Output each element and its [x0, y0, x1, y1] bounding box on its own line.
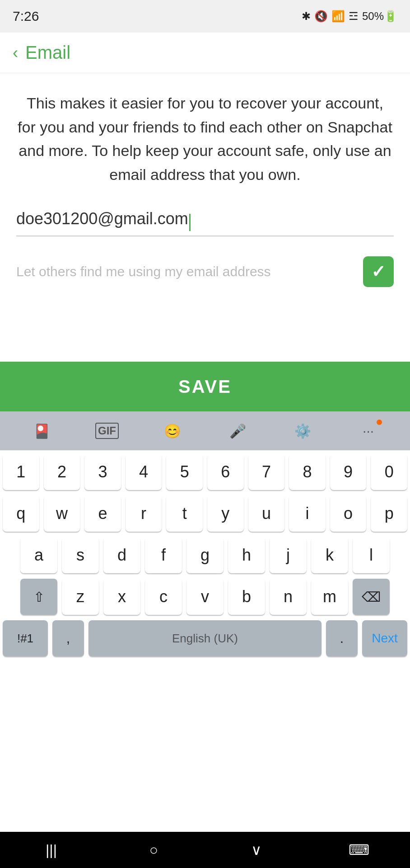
checkmark-icon: ✓	[371, 262, 386, 282]
key-f[interactable]: f	[145, 537, 182, 573]
key-g[interactable]: g	[186, 537, 224, 573]
keyboard-toolbar: 🎴 GIF 😊 🎤 ⚙️ ···	[0, 411, 410, 450]
emoji-icon: 😊	[164, 423, 181, 439]
key-h[interactable]: h	[228, 537, 265, 573]
key-1[interactable]: 1	[3, 454, 39, 490]
more-icon: ···	[363, 423, 374, 439]
nav-home-button[interactable]: ○	[136, 836, 172, 863]
nav-menu-button[interactable]: |||	[33, 836, 70, 863]
status-bar: 7:26 ✱ 🔇 📶 ☲ 50%🔋	[0, 0, 410, 33]
key-m[interactable]: m	[311, 579, 348, 615]
back-button[interactable]: ‹ Email	[13, 42, 70, 63]
sticker-icon: 🎴	[33, 423, 50, 439]
key-x[interactable]: x	[103, 579, 140, 615]
email-input-container: doe301200@gmail.com	[16, 209, 394, 236]
back-arrow-icon: ‹	[13, 43, 18, 62]
key-q[interactable]: q	[3, 495, 39, 532]
battery-icon: 50%🔋	[362, 10, 397, 23]
nav-back-button[interactable]: ∨	[238, 836, 275, 863]
status-icons: ✱ 🔇 📶 ☲ 50%🔋	[302, 10, 397, 23]
key-4[interactable]: 4	[126, 454, 162, 490]
keyboard-area: 🎴 GIF 😊 🎤 ⚙️ ··· 1 2 3 4 5 6 7 8	[0, 411, 410, 664]
key-o[interactable]: o	[330, 495, 367, 532]
key-k[interactable]: k	[311, 537, 348, 573]
save-label: SAVE	[178, 377, 232, 397]
key-b[interactable]: b	[228, 579, 265, 615]
backspace-key[interactable]: ⌫	[353, 579, 390, 615]
page-title: Email	[25, 42, 70, 63]
main-content: This makes it easier for you to recover …	[0, 73, 410, 287]
symbols-key[interactable]: !#1	[3, 620, 48, 656]
key-w[interactable]: w	[44, 495, 80, 532]
more-button[interactable]: ···	[352, 417, 385, 445]
key-l[interactable]: l	[353, 537, 390, 573]
email-display[interactable]: doe301200@gmail.com	[16, 209, 188, 228]
key-r[interactable]: r	[126, 495, 162, 532]
wifi-icon: 📶	[331, 10, 345, 23]
key-d[interactable]: d	[103, 537, 140, 573]
key-u[interactable]: u	[248, 495, 285, 532]
shift-key[interactable]: ⇧	[20, 579, 57, 615]
bottom-nav: ||| ○ ∨ ⌨	[0, 832, 410, 868]
nav-keyboard-button[interactable]: ⌨	[341, 836, 377, 863]
description-text: This makes it easier for you to recover …	[16, 91, 394, 187]
menu-icon: |||	[46, 842, 57, 859]
period-key[interactable]: .	[326, 620, 358, 656]
bluetooth-icon: ✱	[302, 10, 311, 23]
comma-key[interactable]: ,	[52, 620, 84, 656]
key-y[interactable]: y	[207, 495, 244, 532]
key-5[interactable]: 5	[166, 454, 203, 490]
key-a[interactable]: a	[20, 537, 57, 573]
key-8[interactable]: 8	[289, 454, 326, 490]
key-2[interactable]: 2	[44, 454, 80, 490]
space-key[interactable]: English (UK)	[89, 620, 321, 656]
key-z[interactable]: z	[62, 579, 99, 615]
gif-button[interactable]: GIF	[91, 417, 123, 445]
mic-icon: 🎤	[229, 423, 246, 439]
checkbox-button[interactable]: ✓	[363, 256, 394, 287]
key-j[interactable]: j	[270, 537, 307, 573]
key-c[interactable]: c	[145, 579, 182, 615]
keyboard-keys: 1 2 3 4 5 6 7 8 9 0 q w e r t y u i o p …	[0, 450, 410, 664]
settings-icon: ⚙️	[294, 423, 311, 439]
keyboard-row-a: a s d f g h j k l	[3, 537, 407, 573]
key-7[interactable]: 7	[248, 454, 285, 490]
keyboard-row-z: ⇧ z x c v b n m ⌫	[3, 579, 407, 615]
sticker-button[interactable]: 🎴	[25, 417, 58, 445]
key-n[interactable]: n	[270, 579, 307, 615]
key-s[interactable]: s	[62, 537, 99, 573]
checkbox-row: Let others find me using my email addres…	[16, 256, 394, 287]
settings-button[interactable]: ⚙️	[287, 417, 319, 445]
key-v[interactable]: v	[186, 579, 224, 615]
mic-button[interactable]: 🎤	[221, 417, 254, 445]
save-button[interactable]: SAVE	[0, 362, 410, 411]
keyboard-row-numbers: 1 2 3 4 5 6 7 8 9 0	[3, 454, 407, 490]
signal-icon: ☲	[349, 10, 359, 23]
key-3[interactable]: 3	[84, 454, 121, 490]
home-icon: ○	[149, 842, 158, 859]
notification-dot	[377, 420, 382, 425]
key-e[interactable]: e	[84, 495, 121, 532]
key-9[interactable]: 9	[330, 454, 367, 490]
volume-icon: 🔇	[314, 10, 328, 23]
key-6[interactable]: 6	[207, 454, 244, 490]
key-t[interactable]: t	[166, 495, 203, 532]
key-0[interactable]: 0	[371, 454, 407, 490]
back-nav-icon: ∨	[251, 841, 261, 859]
cursor	[189, 214, 191, 231]
status-time: 7:26	[13, 9, 39, 24]
key-p[interactable]: p	[371, 495, 407, 532]
emoji-button[interactable]: 😊	[156, 417, 189, 445]
next-key[interactable]: Next	[362, 620, 407, 656]
header: ‹ Email	[0, 33, 410, 73]
gif-icon: GIF	[95, 423, 119, 439]
keyboard-row-q: q w e r t y u i o p	[3, 495, 407, 532]
checkbox-label: Let others find me using my email addres…	[16, 262, 363, 281]
keyboard-row-bottom: !#1 , English (UK) . Next	[3, 620, 407, 656]
key-i[interactable]: i	[289, 495, 326, 532]
keyboard-icon: ⌨	[349, 841, 369, 859]
